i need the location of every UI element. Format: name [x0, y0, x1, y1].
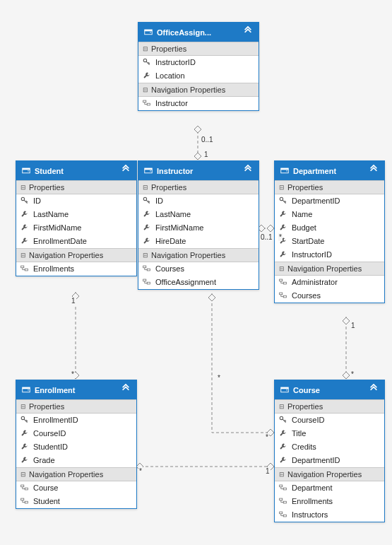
- nav-properties-header[interactable]: ⊟Navigation Properties: [275, 262, 384, 276]
- property-name: Budget: [292, 223, 316, 232]
- property-name: EnrollmentDate: [33, 237, 87, 245]
- collapse-icon[interactable]: [243, 26, 253, 38]
- wrench-icon: [20, 429, 28, 438]
- multiplicity-label: *: [217, 374, 221, 382]
- property-row[interactable]: InstructorID: [138, 56, 259, 69]
- nav-property-row[interactable]: Courses: [138, 262, 259, 276]
- svg-rect-24: [147, 282, 150, 284]
- nav-property-row[interactable]: Course: [16, 481, 136, 495]
- property-row[interactable]: EnrollmentID: [16, 414, 136, 427]
- svg-rect-23: [143, 279, 146, 281]
- multiplicity-label: 1: [350, 322, 356, 329]
- property-row[interactable]: Credits: [275, 440, 384, 454]
- property-row[interactable]: DepartmentID: [275, 454, 384, 467]
- nav-property-row[interactable]: Enrollments: [275, 495, 384, 508]
- properties-header[interactable]: ⊟Properties: [138, 42, 259, 56]
- nav-icon: [143, 278, 150, 287]
- entity-header[interactable]: Student: [16, 161, 136, 180]
- entity-header[interactable]: Course: [275, 380, 384, 399]
- minus-icon: ⊟: [143, 184, 148, 191]
- nav-properties-header[interactable]: ⊟Navigation Properties: [16, 467, 136, 481]
- entity-header[interactable]: Instructor: [138, 161, 259, 180]
- entity-department[interactable]: Department⊟PropertiesDepartmentIDNameBud…: [274, 160, 385, 303]
- property-row[interactable]: StartDate: [275, 235, 384, 248]
- property-row[interactable]: ID: [138, 194, 259, 208]
- collapse-icon[interactable]: [121, 165, 131, 177]
- nav-properties-header[interactable]: ⊟Navigation Properties: [275, 467, 384, 481]
- nav-property-row[interactable]: Instructor: [138, 97, 259, 110]
- properties-header[interactable]: ⊟Properties: [16, 399, 136, 414]
- nav-property-name: Enrollments: [292, 497, 333, 505]
- minus-icon: ⊟: [279, 471, 285, 478]
- svg-point-20: [143, 197, 146, 200]
- property-row[interactable]: LastName: [16, 208, 136, 221]
- property-row[interactable]: Location: [138, 69, 259, 83]
- property-name: EnrollmentID: [33, 416, 78, 424]
- nav-property-row[interactable]: Enrollments: [16, 262, 136, 276]
- wrench-icon: [279, 443, 287, 452]
- entity-instructor[interactable]: Instructor⊟PropertiesIDLastNameFirstMidN…: [138, 160, 259, 290]
- nav-property-row[interactable]: Instructors: [275, 508, 384, 522]
- nav-property-name: Instructor: [155, 99, 188, 107]
- property-row[interactable]: CourseID: [275, 414, 384, 427]
- entity-enrollment[interactable]: Enrollment⊟PropertiesEnrollmentIDCourseI…: [16, 380, 137, 509]
- entity-title: Department: [293, 167, 369, 175]
- property-row[interactable]: Name: [275, 208, 384, 221]
- entity-header[interactable]: Department: [275, 161, 384, 180]
- property-row[interactable]: FirstMidName: [16, 221, 136, 235]
- nav-property-row[interactable]: Department: [275, 481, 384, 495]
- property-row[interactable]: InstructorID: [275, 248, 384, 262]
- collapse-icon[interactable]: [121, 384, 131, 396]
- properties-header[interactable]: ⊟Properties: [16, 180, 136, 194]
- property-row[interactable]: FirstMidName: [138, 221, 259, 235]
- property-name: DepartmentID: [292, 197, 340, 205]
- nav-properties-header[interactable]: ⊟Navigation Properties: [138, 248, 259, 262]
- properties-header[interactable]: ⊟Properties: [275, 399, 384, 414]
- property-name: HireDate: [155, 237, 186, 245]
- section-label: Properties: [29, 183, 64, 192]
- nav-property-name: Administrator: [292, 278, 338, 286]
- nav-properties-header[interactable]: ⊟Navigation Properties: [138, 83, 259, 97]
- nav-property-row[interactable]: Administrator: [275, 276, 384, 289]
- property-row[interactable]: Budget: [275, 221, 384, 235]
- properties-header[interactable]: ⊟Properties: [275, 180, 384, 194]
- property-row[interactable]: DepartmentID: [275, 194, 384, 208]
- property-row[interactable]: Title: [275, 427, 384, 440]
- section-label: Properties: [287, 183, 323, 192]
- nav-property-row[interactable]: OfficeAssignment: [138, 276, 259, 289]
- property-row[interactable]: LastName: [138, 208, 259, 221]
- nav-property-row[interactable]: Courses: [275, 289, 384, 303]
- property-row[interactable]: EnrollmentDate: [16, 235, 136, 248]
- multiplicity-label: 1: [265, 467, 271, 475]
- svg-rect-45: [280, 485, 283, 487]
- property-row[interactable]: Grade: [16, 454, 136, 467]
- property-row[interactable]: CourseID: [16, 427, 136, 440]
- property-name: Name: [292, 210, 312, 218]
- svg-point-7: [150, 32, 151, 33]
- key-icon: [20, 197, 28, 206]
- properties-header[interactable]: ⊟Properties: [138, 180, 259, 194]
- property-row[interactable]: HireDate: [138, 235, 259, 248]
- entity-course[interactable]: Course⊟PropertiesCourseIDTitleCreditsDep…: [274, 380, 385, 522]
- wrench-icon: [279, 429, 287, 438]
- nav-properties-header[interactable]: ⊟Navigation Properties: [16, 248, 136, 262]
- nav-property-row[interactable]: Student: [16, 495, 136, 508]
- collapse-icon[interactable]: [369, 165, 379, 177]
- entity-office[interactable]: OfficeAssign...⊟PropertiesInstructorIDLo…: [138, 22, 259, 111]
- property-name: LastName: [155, 210, 191, 218]
- collapse-icon[interactable]: [369, 384, 379, 396]
- svg-rect-50: [283, 515, 286, 517]
- svg-point-36: [21, 416, 24, 419]
- property-row[interactable]: StudentID: [16, 440, 136, 454]
- collapse-icon[interactable]: [243, 165, 253, 177]
- entity-header[interactable]: OfficeAssign...: [138, 23, 259, 42]
- svg-point-8: [143, 59, 146, 61]
- svg-rect-47: [280, 498, 283, 500]
- entity-student[interactable]: Student⊟PropertiesIDLastNameFirstMidName…: [16, 160, 137, 276]
- wrench-icon: [20, 210, 28, 219]
- svg-rect-18: [145, 168, 153, 170]
- entity-icon: [280, 166, 293, 176]
- property-row[interactable]: ID: [16, 194, 136, 208]
- entity-header[interactable]: Enrollment: [16, 380, 136, 399]
- svg-rect-37: [21, 485, 24, 487]
